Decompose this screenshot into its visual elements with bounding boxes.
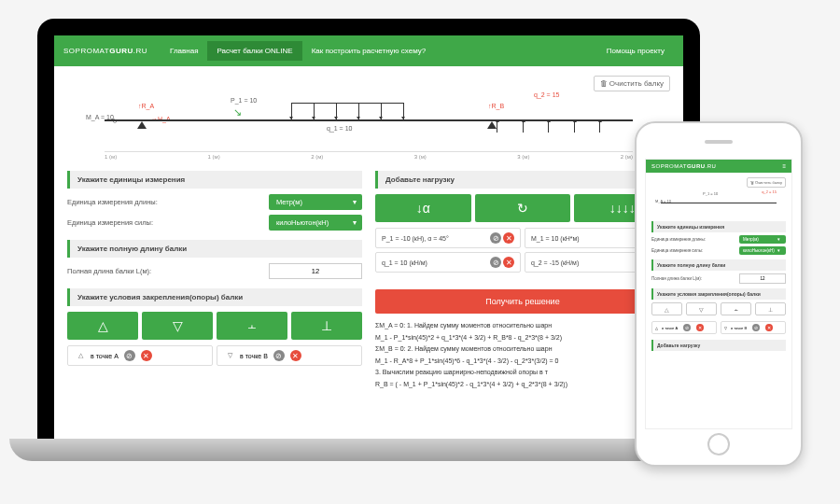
- length-unit-label: Единица измерения длины:: [67, 198, 261, 206]
- phone-force-unit-select[interactable]: килоНьютон(кН): [739, 246, 786, 255]
- phone-support-pin-button[interactable]: △: [651, 302, 682, 315]
- load-q2-text: q_2 = -15 (кН/м): [531, 259, 637, 266]
- delete-support-a-button[interactable]: ✕: [141, 350, 152, 361]
- delete-load-q1-button[interactable]: ✕: [503, 257, 514, 268]
- phone-length-unit-select[interactable]: Метр(м): [739, 235, 786, 244]
- laptop-mockup: SOPROMATGURU.RU Главная Расчет балки ONL…: [37, 19, 700, 467]
- phone-support-fixed-button[interactable]: ⫠: [721, 302, 751, 315]
- main-content: 🗑 Очистить балку M_A = 10 ↻ ↑R_A →H_A P_…: [54, 66, 683, 400]
- phone-support-hinge-button[interactable]: ⊥: [755, 302, 786, 315]
- clear-beam-button[interactable]: 🗑 Очистить балку: [594, 76, 670, 91]
- support-b-cell: ▽ в точке B ⊘ ✕: [217, 345, 362, 366]
- top-navbar: SOPROMATGURU.RU Главная Расчет балки ONL…: [54, 35, 683, 66]
- phone-units-header: Укажите единицы измерения: [651, 221, 786, 232]
- load-q1-cell: q_1 = 10 (кН/м) ⊘ ✕: [375, 252, 521, 273]
- math-line: R_B = ( - M_1 + P_1*sin(45)*2 - q_1*3*(4…: [375, 380, 670, 390]
- laptop-base: [9, 439, 728, 461]
- phone-clear-button[interactable]: 🗑 Очистить балку: [747, 177, 786, 188]
- nav-home[interactable]: Главная: [161, 41, 207, 61]
- phone-home-button[interactable]: [707, 433, 730, 455]
- support-type-fixed-button[interactable]: ⫠: [217, 312, 287, 340]
- supports-header: Укажите условия закрепления(опоры) балки: [67, 288, 362, 306]
- solve-button[interactable]: Получить решение: [375, 289, 670, 314]
- force-unit-select[interactable]: килоНьютон(кН): [269, 215, 362, 231]
- phone-support-a-cell: △ в точке А ⊘ ✕: [651, 321, 717, 334]
- support-a-text: в точке А: [91, 353, 119, 359]
- beam-length-input[interactable]: [269, 263, 362, 279]
- phone-length-input[interactable]: [739, 273, 786, 284]
- supports-section: Укажите условия закрепления(опоры) балки…: [67, 288, 362, 366]
- support-type-pin-button[interactable]: △: [67, 312, 138, 340]
- ruler-seg: 2 (м): [311, 154, 323, 160]
- two-column-layout: Укажите единицы измерения Единица измере…: [67, 171, 670, 391]
- phone-beam-axis: [661, 203, 777, 203]
- phone-logo[interactable]: SOPROMATGURU.RU: [651, 163, 716, 169]
- phone-edit-a-button[interactable]: ⊘: [683, 324, 691, 331]
- reaction-rb: ↑R_B: [488, 103, 504, 109]
- ruler-seg: 3 (м): [414, 154, 427, 160]
- phone-viewport: SOPROMATGURU.RU ≡ 🗑 Очистить балку M_A =…: [645, 159, 792, 429]
- nav-calc[interactable]: Расчет балки ONLINE: [207, 41, 301, 61]
- beam-length-header: Укажите полную длину балки: [67, 240, 362, 258]
- phone-supports-section: Укажите условия закрепления(опоры) балки…: [651, 288, 786, 334]
- ruler-seg: 1 (м): [208, 154, 220, 160]
- length-unit-select[interactable]: Метр(м): [269, 194, 362, 210]
- edit-support-a-button[interactable]: ⊘: [124, 350, 135, 361]
- math-line: ΣM_A = 0: 1. Найдем сумму моментов относ…: [375, 321, 670, 331]
- roller-icon: ▽: [724, 326, 727, 330]
- site-logo[interactable]: SOPROMATGURU.RU: [63, 47, 147, 55]
- phone-supports-header: Укажите условия закрепления(опоры) балки: [651, 288, 786, 300]
- pin-icon: △: [74, 352, 87, 359]
- loads-header: Добавьте нагрузку: [375, 171, 670, 189]
- edit-load-q1-button[interactable]: ⊘: [490, 257, 501, 268]
- delete-load-p1-button[interactable]: ✕: [503, 232, 514, 244]
- beam-axis: [105, 119, 633, 121]
- math-line: 3. Вычислим реакцию шарнирно-неподвижной…: [375, 368, 670, 378]
- ruler-seg: 2 (м): [621, 154, 633, 160]
- force-p1-label: P_1 = 10: [231, 97, 257, 104]
- support-b-icon: [487, 121, 497, 129]
- logo-prefix: SOPROMAT: [63, 47, 109, 55]
- nav-howto[interactable]: Как построить расчетную схему?: [302, 41, 436, 61]
- q1-label: q_1 = 10: [327, 125, 352, 132]
- nav-help[interactable]: Помощь проекту: [597, 41, 674, 61]
- support-type-hinge-button[interactable]: ⊥: [291, 312, 362, 340]
- add-point-force-button[interactable]: ↓α: [375, 194, 471, 222]
- phone-length-section: Укажите полную длину балки Полная длина …: [651, 259, 786, 284]
- pin-icon: △: [655, 326, 658, 330]
- laptop-viewport: SOPROMATGURU.RU Главная Расчет балки ONL…: [54, 35, 683, 439]
- phone-loads-section: Добавьте нагрузку: [651, 340, 786, 351]
- phone-mockup: SOPROMATGURU.RU ≡ 🗑 Очистить балку M_A =…: [635, 121, 803, 467]
- edit-support-b-button[interactable]: ⊘: [273, 350, 285, 361]
- phone-speaker: [705, 140, 733, 144]
- ruler-seg: 1 (м): [105, 154, 117, 160]
- math-line: ΣM_B = 0: 2. Найдем сумму моментов относ…: [375, 344, 670, 355]
- phone-main: 🗑 Очистить балку M_A = 10 P_1 = 10 q_2 =…: [646, 173, 791, 360]
- phone-loads-header: Добавьте нагрузку: [651, 340, 786, 351]
- beam-length-section: Укажите полную длину балки Полная длина …: [67, 240, 362, 279]
- phone-edit-b-button[interactable]: ⊘: [752, 324, 760, 331]
- phone-del-b-button[interactable]: ✕: [765, 324, 773, 331]
- math-line: M_1 - P_1*sin(45)*2 + q_1*3*(4 + 3/2) + …: [375, 333, 670, 343]
- ruler-seg: 3 (м): [517, 154, 529, 160]
- force-unit-label: Единица измерения силы:: [67, 218, 261, 227]
- add-moment-button[interactable]: ↻: [475, 194, 571, 222]
- beam-length-label: Полная длина балки L(м):: [67, 267, 261, 275]
- phone-support-roller-button[interactable]: ▽: [686, 302, 717, 315]
- support-type-roller-button[interactable]: ▽: [142, 312, 213, 340]
- logo-bold: GURU: [109, 47, 133, 55]
- phone-support-b-cell: ▽ в точке B ⊘ ✕: [721, 321, 786, 334]
- load-p1-cell: P_1 = -10 (кН), α = 45° ⊘ ✕: [375, 228, 521, 248]
- delete-support-b-button[interactable]: ✕: [290, 350, 301, 361]
- menu-icon[interactable]: ≡: [782, 163, 786, 169]
- edit-load-p1-button[interactable]: ⊘: [490, 232, 501, 244]
- load-m1-text: M_1 = 10 (кН*м): [531, 235, 637, 242]
- logo-suffix: .RU: [133, 47, 147, 55]
- support-b-text: в точке B: [240, 353, 268, 359]
- math-line: M_1 - R_A*8 + P_1*sin(45)*6 - q_1*3*(4 -…: [375, 357, 670, 367]
- clear-beam-label: Очистить балку: [609, 79, 664, 88]
- q2-label: q_2 = 15: [534, 91, 559, 98]
- solution-output: ΣM_A = 0: 1. Найдем сумму моментов относ…: [375, 321, 670, 389]
- laptop-screen-bezel: SOPROMATGURU.RU Главная Расчет балки ONL…: [37, 19, 700, 439]
- phone-del-a-button[interactable]: ✕: [696, 324, 704, 331]
